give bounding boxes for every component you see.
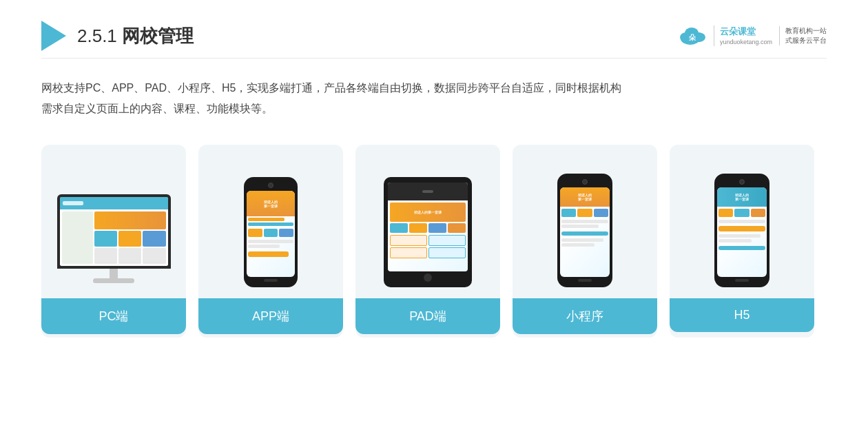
brand-tagline: 教育机构一站 式服务云平台 xyxy=(779,26,827,45)
pc-monitor-icon xyxy=(57,194,171,287)
h5-phone-home-btn xyxy=(735,279,749,282)
h5-phone-icon: 招进人的第一堂课 xyxy=(714,174,769,287)
h5-device-area: 招进人的第一堂课 xyxy=(679,160,805,287)
pad-device-area: 招进人的第一堂课 xyxy=(365,160,490,287)
card-pc-label: PC端 xyxy=(41,298,186,334)
header: 2.5.1 网校管理 朵 云朵课堂 xyxy=(41,21,827,59)
tablet-screen: 招进人的第一堂课 xyxy=(388,183,468,271)
app-phone-icon: 招进人的第一堂课 xyxy=(244,177,298,287)
phone-home-btn xyxy=(264,279,278,282)
card-h5-label: H5 xyxy=(670,298,814,332)
card-pad-label: PAD端 xyxy=(355,298,500,334)
card-mini-label: 小程序 xyxy=(513,298,657,334)
brand-icon: 朵 xyxy=(676,23,710,48)
header-left: 2.5.1 网校管理 xyxy=(41,21,194,51)
card-app: 招进人的第一堂课 xyxy=(198,145,343,338)
header-right: 朵 云朵课堂 yunduoketang.com 教育机构一站 式服务云平台 xyxy=(676,23,827,48)
mini-device-area: 招进人的第一堂课 xyxy=(522,160,648,287)
logo-triangle-icon xyxy=(41,21,66,51)
phone-screen: 招进人的第一堂课 xyxy=(247,191,295,277)
brand-text: 云朵课堂 yunduoketang.com xyxy=(714,25,772,47)
description-text: 网校支持PC、APP、PAD、小程序、H5，实现多端打通，产品各终端自由切换，数… xyxy=(41,78,827,120)
mini-phone-camera-icon xyxy=(582,179,588,185)
svg-text:朵: 朵 xyxy=(689,34,696,41)
card-pad: 招进人的第一堂课 xyxy=(355,145,500,338)
card-h5: 招进人的第一堂课 xyxy=(670,145,814,338)
mini-phone-icon: 招进人的第一堂课 xyxy=(557,174,612,287)
card-mini: 招进人的第一堂课 xyxy=(513,145,657,338)
cards-container: PC端 招进人的第一堂课 xyxy=(41,145,827,338)
pad-tablet-icon: 招进人的第一堂课 xyxy=(384,177,472,287)
h5-phone-screen: 招进人的第一堂课 xyxy=(717,187,767,277)
app-device-area: 招进人的第一堂课 xyxy=(208,160,333,287)
mini-phone-home-btn xyxy=(578,279,592,282)
mini-phone-screen: 招进人的第一堂课 xyxy=(560,187,610,277)
brand-logo: 朵 云朵课堂 yunduoketang.com 教育机构一站 式服务云平台 xyxy=(676,23,827,48)
pc-device-area xyxy=(51,160,176,287)
card-app-label: APP端 xyxy=(198,298,343,334)
tablet-home-btn xyxy=(424,273,432,282)
phone-camera-icon xyxy=(268,183,273,188)
h5-phone-camera-icon xyxy=(739,179,745,185)
card-pc: PC端 xyxy=(41,145,186,338)
page-container: 2.5.1 网校管理 朵 云朵课堂 xyxy=(0,0,868,434)
page-title: 2.5.1 网校管理 xyxy=(77,24,194,48)
